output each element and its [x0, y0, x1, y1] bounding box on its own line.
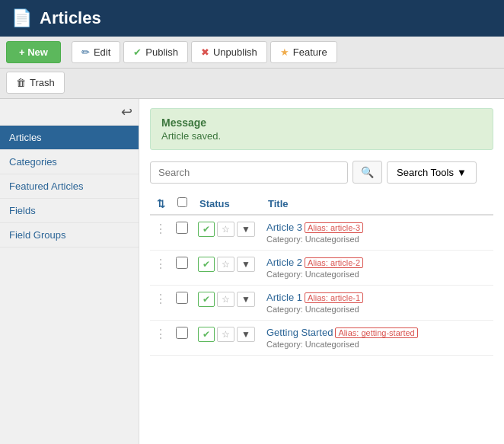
article-link[interactable]: Article 3: [266, 222, 302, 233]
article-category: Category: Uncategorised: [266, 340, 489, 349]
article-link[interactable]: Article 2: [266, 257, 302, 268]
col-order-header[interactable]: ⇅: [150, 193, 171, 215]
status-dropdown-button[interactable]: ▼: [237, 292, 255, 307]
table-row: ⋮ ✔ ☆ ▼ Article 1Alias: article-1 Catego…: [150, 286, 493, 321]
feature-star-icon: ★: [280, 46, 289, 58]
sidebar-item-field-groups[interactable]: Field Groups: [0, 223, 139, 248]
search-icon: 🔍: [361, 166, 374, 178]
publish-check-icon: ✔: [133, 46, 142, 58]
col-status-header[interactable]: Status: [193, 193, 262, 215]
publish-button[interactable]: ✔ Publish: [123, 41, 188, 63]
featured-star-button[interactable]: ☆: [217, 292, 234, 307]
status-cell: ✔ ☆ ▼: [193, 215, 262, 251]
drag-handle-cell: ⋮: [150, 215, 171, 251]
article-link[interactable]: Article 1: [266, 292, 302, 303]
sidebar-back-button[interactable]: ↩: [121, 104, 132, 120]
status-dropdown-button[interactable]: ▼: [237, 327, 255, 342]
col-check-header: [171, 193, 193, 215]
edit-icon: ✏: [81, 46, 90, 58]
message-title: Message: [161, 117, 482, 129]
unpublish-button[interactable]: ✖ Unpublish: [191, 41, 267, 63]
article-category: Category: Uncategorised: [266, 305, 489, 314]
trash-icon: 🗑: [16, 77, 26, 88]
published-button[interactable]: ✔: [198, 292, 215, 307]
status-cell: ✔ ☆ ▼: [193, 321, 262, 356]
drag-handle-icon[interactable]: ⋮: [155, 292, 167, 305]
sidebar-item-articles[interactable]: Articles: [0, 126, 139, 150]
select-all-checkbox[interactable]: [177, 197, 187, 207]
col-title-header[interactable]: Title: [262, 193, 493, 215]
drag-handle-icon[interactable]: ⋮: [155, 327, 167, 340]
row-checkbox[interactable]: [176, 222, 188, 234]
page-title: Articles: [40, 8, 101, 28]
search-tools-button[interactable]: Search Tools ▼: [387, 161, 477, 184]
search-tools-dropdown-icon: ▼: [457, 167, 467, 178]
drag-handle-icon[interactable]: ⋮: [155, 222, 167, 235]
row-checkbox-cell: [171, 251, 193, 286]
page-header: 📄 Articles: [0, 0, 504, 37]
sidebar-item-categories[interactable]: Categories: [0, 150, 139, 174]
search-row: 🔍 Search Tools ▼: [150, 161, 493, 184]
featured-star-button[interactable]: ☆: [217, 257, 234, 272]
drag-handle-cell: ⋮: [150, 286, 171, 321]
articles-table: ⇅ Status Title ⋮ ✔ ☆ ▼: [150, 193, 493, 356]
title-cell: Getting StartedAlias: getting-started Ca…: [262, 321, 493, 356]
toolbar: + New ✏ Edit ✔ Publish ✖ Unpublish ★ Fea…: [0, 37, 504, 69]
main-content: Message Article saved. 🔍 Search Tools ▼ …: [139, 99, 504, 444]
sidebar: ↩ Articles Categories Featured Articles …: [0, 99, 139, 444]
status-cell: ✔ ☆ ▼: [193, 286, 262, 321]
title-cell: Article 2Alias: article-2 Category: Unca…: [262, 251, 493, 286]
table-row: ⋮ ✔ ☆ ▼ Article 3Alias: article-3 Catego…: [150, 215, 493, 251]
row-checkbox-cell: [171, 215, 193, 251]
trash-button[interactable]: 🗑 Trash: [6, 72, 65, 94]
sidebar-back-area: ↩: [0, 99, 139, 126]
unpublish-x-icon: ✖: [201, 46, 209, 58]
message-text: Article saved.: [161, 130, 482, 142]
status-dropdown-button[interactable]: ▼: [237, 222, 255, 237]
sidebar-item-fields[interactable]: Fields: [0, 199, 139, 223]
title-cell: Article 1Alias: article-1 Category: Unca…: [262, 286, 493, 321]
search-submit-button[interactable]: 🔍: [352, 161, 382, 184]
published-button[interactable]: ✔: [198, 257, 215, 272]
message-box: Message Article saved.: [150, 108, 493, 150]
row-checkbox[interactable]: [176, 257, 188, 269]
new-button[interactable]: + New: [6, 41, 61, 63]
article-category: Category: Uncategorised: [266, 270, 489, 279]
row-checkbox[interactable]: [176, 292, 188, 304]
drag-handle-cell: ⋮: [150, 321, 171, 356]
alias-badge: Alias: article-3: [305, 222, 363, 233]
row-checkbox-cell: [171, 321, 193, 356]
alias-badge: Alias: getting-started: [335, 327, 417, 338]
drag-handle-cell: ⋮: [150, 251, 171, 286]
table-row: ⋮ ✔ ☆ ▼ Getting StartedAlias: getting-st…: [150, 321, 493, 356]
alias-badge: Alias: article-2: [305, 257, 363, 268]
article-category: Category: Uncategorised: [266, 235, 489, 244]
feature-button[interactable]: ★ Feature: [270, 41, 337, 63]
sidebar-item-featured-articles[interactable]: Featured Articles: [0, 174, 139, 199]
table-row: ⋮ ✔ ☆ ▼ Article 2Alias: article-2 Catego…: [150, 251, 493, 286]
alias-badge: Alias: article-1: [305, 292, 363, 303]
article-link[interactable]: Getting Started: [266, 327, 333, 338]
featured-star-button[interactable]: ☆: [217, 222, 234, 237]
articles-icon: 📄: [11, 8, 32, 28]
featured-star-button[interactable]: ☆: [217, 327, 234, 342]
status-cell: ✔ ☆ ▼: [193, 251, 262, 286]
title-cell: Article 3Alias: article-3 Category: Unca…: [262, 215, 493, 251]
content-area: ↩ Articles Categories Featured Articles …: [0, 99, 504, 444]
edit-button[interactable]: ✏ Edit: [72, 41, 120, 63]
row-checkbox[interactable]: [176, 327, 188, 339]
status-dropdown-button[interactable]: ▼: [237, 257, 255, 272]
search-input[interactable]: [150, 161, 348, 184]
published-button[interactable]: ✔: [198, 222, 215, 237]
toolbar-row2: 🗑 Trash: [0, 69, 504, 99]
row-checkbox-cell: [171, 286, 193, 321]
published-button[interactable]: ✔: [198, 327, 215, 342]
drag-handle-icon[interactable]: ⋮: [155, 257, 167, 270]
